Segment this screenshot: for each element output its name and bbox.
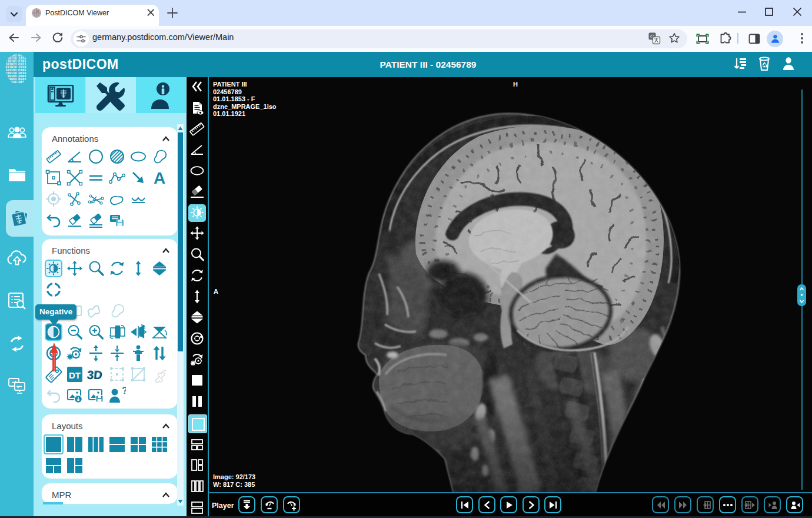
svg-text:?: ? bbox=[122, 387, 126, 396]
svg-text:3D: 3D bbox=[87, 368, 102, 381]
svg-text:DT: DT bbox=[69, 370, 81, 380]
svg-text:01011010110: 01011010110 bbox=[5, 81, 26, 84]
svg-text:A: A bbox=[154, 169, 165, 187]
